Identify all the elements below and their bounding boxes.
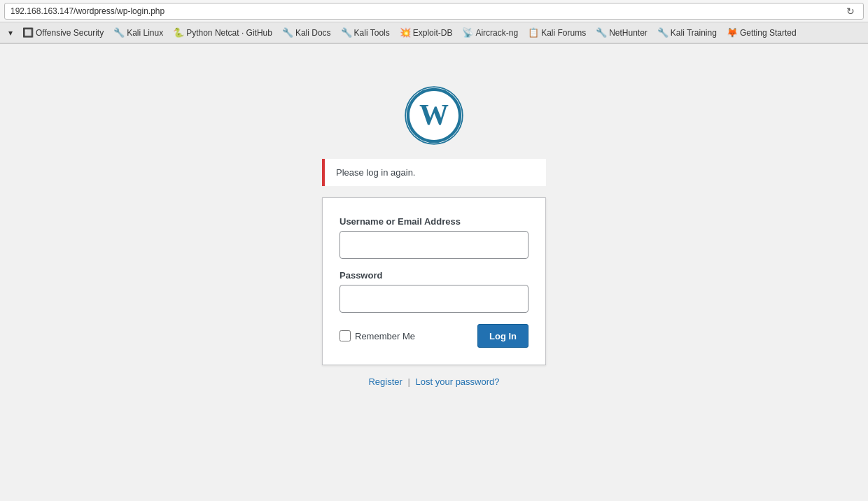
offensive-security-icon: 🔲	[22, 28, 34, 37]
login-container: Please log in again. Username or Email A…	[322, 159, 546, 387]
bookmark-label: Kali Forums	[541, 28, 586, 38]
remember-me-checkbox[interactable]	[340, 330, 351, 341]
browser-chrome: 192.168.163.147/wordpress/wp-login.php ↻…	[0, 0, 868, 44]
login-form: Username or Email Address Password Remem…	[322, 197, 546, 365]
password-input[interactable]	[340, 285, 528, 313]
bookmark-exploit-db[interactable]: 💥 Exploit-DB	[396, 27, 457, 39]
address-text: 192.168.163.147/wordpress/wp-login.php	[10, 6, 164, 16]
links-separator: |	[408, 376, 410, 387]
bookmark-kali-training[interactable]: 🔧 Kali Training	[653, 27, 721, 39]
username-input[interactable]	[340, 231, 528, 259]
nethunter-icon: 🔧	[596, 28, 607, 37]
reload-button[interactable]: ↻	[844, 4, 858, 18]
username-group: Username or Email Address	[340, 216, 528, 259]
bookmark-label: Offensive Security	[36, 28, 104, 38]
remember-me-group: Remember Me	[340, 330, 415, 341]
bookmark-label: Exploit-DB	[413, 28, 453, 38]
bookmark-label: Getting Started	[740, 28, 797, 38]
lost-password-link[interactable]: Lost your password?	[416, 376, 500, 387]
register-link[interactable]: Register	[368, 376, 402, 387]
bookmark-label: Kali Tools	[354, 28, 390, 38]
bookmark-python-netcat[interactable]: 🐍 Python Netcat · GitHub	[169, 27, 276, 39]
login-button[interactable]: Log In	[477, 324, 528, 348]
bookmarks-bar: ▾ 🔲 Offensive Security 🔧 Kali Linux 🐍 Py…	[0, 22, 868, 43]
bookmark-label: Kali Linux	[127, 28, 163, 38]
bookmark-label: Kali Docs	[295, 28, 331, 38]
form-footer: Remember Me Log In	[340, 324, 528, 348]
aircrack-ng-icon: 📡	[462, 28, 473, 37]
login-notice: Please log in again.	[322, 159, 546, 186]
login-links: Register | Lost your password?	[322, 376, 546, 387]
bookmark-kali-tools[interactable]: 🔧 Kali Tools	[337, 27, 394, 39]
password-group: Password	[340, 270, 528, 313]
remember-me-label: Remember Me	[355, 331, 415, 341]
bookmark-getting-started[interactable]: 🦊 Getting Started	[722, 27, 801, 39]
bookmark-kali-linux[interactable]: 🔧 Kali Linux	[109, 27, 167, 39]
bookmark-label: Python Netcat · GitHub	[186, 28, 272, 38]
bookmark-aircrack-ng[interactable]: 📡 Aircrack-ng	[458, 27, 522, 39]
bookmark-offensive-security[interactable]: 🔲 Offensive Security	[18, 27, 108, 39]
bookmark-kali-docs[interactable]: 🔧 Kali Docs	[278, 27, 335, 39]
kali-linux-icon: 🔧	[113, 28, 125, 37]
kali-docs-icon: 🔧	[282, 28, 293, 37]
getting-started-icon: 🦊	[727, 28, 738, 37]
address-bar-row: 192.168.163.147/wordpress/wp-login.php ↻	[0, 0, 868, 22]
kali-forums-icon: 📋	[528, 28, 539, 37]
python-netcat-icon: 🐍	[173, 28, 184, 37]
bookmark-label: Aircrack-ng	[475, 28, 518, 38]
kali-tools-icon: 🔧	[341, 28, 352, 37]
wordpress-logo: W	[405, 86, 463, 145]
bookmark-kali-forums[interactable]: 📋 Kali Forums	[524, 27, 590, 39]
kali-training-icon: 🔧	[657, 28, 668, 37]
notice-message: Please log in again.	[336, 167, 415, 178]
page-content: W Please log in again. Username or Email…	[0, 44, 868, 501]
bookmark-prev-dropdown[interactable]: ▾	[4, 27, 17, 39]
svg-text:W: W	[419, 99, 449, 131]
bookmark-label: Kali Training	[671, 28, 717, 38]
exploit-db-icon: 💥	[400, 28, 411, 37]
password-label: Password	[340, 270, 528, 281]
dropdown-icon: ▾	[8, 28, 13, 38]
bookmark-nethunter[interactable]: 🔧 NetHunter	[592, 27, 652, 39]
username-label: Username or Email Address	[340, 216, 528, 227]
bookmark-label: NetHunter	[609, 28, 648, 38]
address-bar[interactable]: 192.168.163.147/wordpress/wp-login.php ↻	[4, 3, 864, 20]
